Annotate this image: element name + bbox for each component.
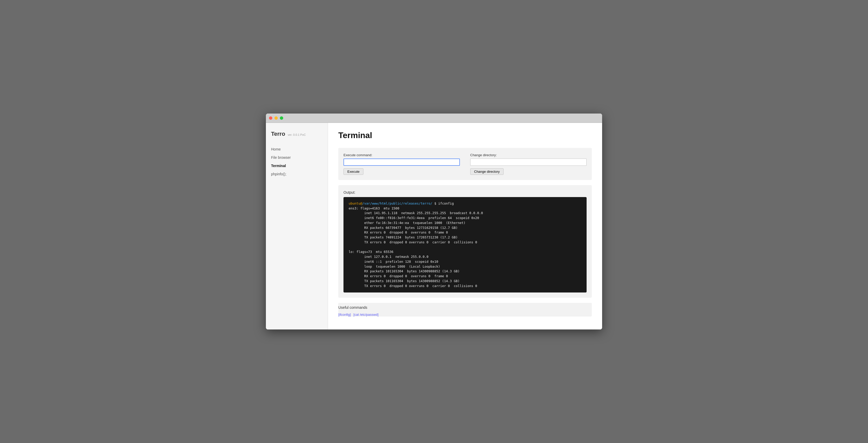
sidebar-link-phpinfo[interactable]: phpinfo();	[271, 172, 286, 176]
useful-commands-links: [ifconfig] [cat /etc/passwd]	[338, 313, 592, 317]
traffic-lights	[269, 116, 283, 120]
terminal-user: ubuntu@	[349, 201, 362, 205]
app-body: Terro ver. 0.0.1 PoC Home File browser T…	[266, 123, 602, 330]
output-label: Output:	[343, 190, 587, 194]
useful-link-cat-passwd[interactable]: [cat /etc/passwd]	[353, 313, 378, 317]
sidebar-logo: Terro ver. 0.0.1 PoC	[266, 128, 328, 145]
terminal-path: /var/www/html/public/releases/terro/	[362, 201, 432, 205]
page-title: Terminal	[338, 131, 592, 140]
maximize-button[interactable]	[280, 116, 283, 120]
sidebar-link-terminal[interactable]: Terminal	[271, 164, 286, 168]
app-version: ver. 0.0.1 PoC	[288, 133, 306, 136]
sidebar-link-file-browser[interactable]: File browser	[271, 155, 291, 160]
execute-label: Execute command:	[343, 153, 460, 157]
execute-input[interactable]	[343, 159, 460, 166]
useful-commands-title: Useful commands	[338, 306, 592, 310]
useful-commands-panel: Useful commands [ifconfig] [cat /etc/pas…	[338, 303, 592, 317]
sidebar-item-phpinfo[interactable]: phpinfo();	[271, 170, 328, 178]
app-window: Terro ver. 0.0.1 PoC Home File browser T…	[266, 114, 602, 330]
sidebar-item-file-browser[interactable]: File browser	[271, 153, 328, 162]
command-panel: Execute command: Execute Change director…	[338, 148, 592, 180]
terminal-output: ubuntu@/var/www/html/public/releases/ter…	[343, 197, 587, 293]
useful-link-ifconfig[interactable]: [ifconfig]	[338, 313, 351, 317]
command-section: Execute command: Execute Change director…	[343, 153, 587, 175]
sidebar-nav: Home File browser Terminal phpinfo();	[266, 145, 328, 178]
titlebar	[266, 114, 602, 123]
change-dir-input[interactable]	[470, 159, 587, 166]
app-name: Terro	[271, 131, 285, 137]
change-dir-group: Change directory: Change directory	[470, 153, 587, 175]
sidebar-item-terminal[interactable]: Terminal	[271, 162, 328, 170]
execute-group: Execute command: Execute	[343, 153, 460, 175]
execute-button[interactable]: Execute	[343, 168, 363, 175]
output-panel: Output: ubuntu@/var/www/html/public/rele…	[338, 185, 592, 298]
sidebar: Terro ver. 0.0.1 PoC Home File browser T…	[266, 123, 328, 330]
sidebar-link-home[interactable]: Home	[271, 147, 281, 151]
terminal-pre: ubuntu@/var/www/html/public/releases/ter…	[349, 201, 582, 289]
terminal-symbol: $ ifconfig ens3: flags=4163 mtu 1500 ine…	[349, 201, 483, 288]
change-dir-label: Change directory:	[470, 153, 587, 157]
minimize-button[interactable]	[274, 116, 278, 120]
main-content: Terminal Execute command: Execute Change…	[328, 123, 602, 330]
close-button[interactable]	[269, 116, 272, 120]
sidebar-item-home[interactable]: Home	[271, 145, 328, 153]
change-dir-button[interactable]: Change directory	[470, 168, 503, 175]
